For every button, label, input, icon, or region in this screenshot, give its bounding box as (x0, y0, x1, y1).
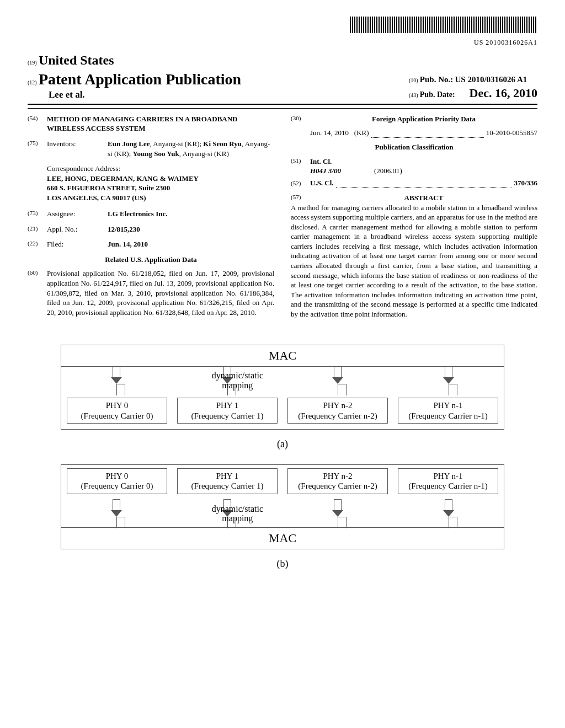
uscl-value: 370/336 (514, 178, 537, 188)
arrow-down-icon (443, 377, 454, 384)
inventors-names: Eun Jong Lee, Anyang-si (KR); Ki Seon Ry… (108, 139, 274, 158)
arrow-down-icon (443, 510, 454, 517)
phy-row-a: PHY 0(Frequency Carrier 0) PHY 1(Frequen… (61, 394, 504, 430)
abstract-text: A method for managing carriers allocated… (291, 203, 537, 319)
assignee-value: LG Electronics Inc. (108, 209, 274, 219)
inventors-label: Inventors: (47, 139, 108, 158)
inid-10: (10) (409, 77, 418, 83)
inid-75: (75) (28, 139, 47, 158)
appl-no-value: 12/815,230 (108, 224, 274, 234)
arrow-down-icon (332, 510, 343, 517)
figure-a-diagram: MAC dynamic/static mapping PHY 0(Frequen… (61, 345, 504, 430)
correspondence-line-3: LOS ANGELES, CA 90017 (US) (47, 193, 274, 203)
inid-52: (52) (291, 179, 310, 188)
inid-57: (57) (291, 193, 310, 203)
inid-12: (12) (28, 79, 37, 85)
figures-region: MAC dynamic/static mapping PHY 0(Frequen… (28, 345, 537, 570)
related-field: (60) Provisional application No. 61/218,… (28, 269, 274, 317)
foreign-date: Jun. 14, 2010 (310, 128, 349, 138)
intcl-row: (51) Int. Cl. (291, 157, 537, 167)
publication-type: Patent Application Publication (39, 71, 241, 88)
mapping-label-a: dynamic/static mapping (212, 371, 263, 390)
correspondence-line-2: 660 S. FIGUEROA STREET, Suite 2300 (47, 183, 274, 193)
correspondence-label: Correspondence Address: (47, 164, 274, 174)
intcl-edition: (2006.01) (374, 166, 402, 176)
phy-box: PHY n-1(Frequency Carrier n-1) (398, 398, 498, 424)
foreign-heading: Foreign Application Priority Data (310, 114, 537, 124)
correspondence-block: Correspondence Address: LEE, HONG, DEGER… (47, 164, 274, 202)
authors-line: Lee et al. (49, 89, 241, 101)
inid-60: (60) (28, 269, 47, 317)
correspondence-line-1: LEE, HONG, DEGERMAN, KANG & WAIMEY (47, 174, 274, 184)
appl-no-field: (21) Appl. No.: 12/815,230 (28, 224, 274, 234)
inid-19: (19) (28, 60, 37, 66)
phy-box: PHY n-2(Frequency Carrier n-2) (287, 398, 388, 424)
phy-box: PHY 1(Frequency Carrier 1) (177, 398, 278, 424)
mapping-label-b: dynamic/static mapping (212, 504, 263, 523)
pub-date-label: Pub. Date: (420, 90, 455, 99)
pub-no-label: Pub. No.: (420, 75, 453, 84)
phy-box: PHY 0(Frequency Carrier 0) (67, 398, 167, 424)
arrows-row-b: dynamic/static mapping (61, 500, 504, 527)
mac-layer-b: MAC (61, 527, 504, 549)
figure-b-diagram: PHY 0(Frequency Carrier 0) PHY 1(Frequen… (61, 464, 504, 549)
barcode-number: US 20100316026A1 (28, 38, 537, 47)
filed-label: Filed: (47, 239, 108, 249)
phy-box: PHY n-2(Frequency Carrier n-2) (287, 468, 388, 495)
figure-b-label: (b) (28, 557, 537, 570)
abstract-heading-row: (57) ABSTRACT (291, 193, 537, 203)
phy-box: PHY 1(Frequency Carrier 1) (177, 468, 278, 495)
foreign-appnum: 10-2010-0055857 (486, 128, 537, 138)
arrows-row-a: dynamic/static mapping (61, 367, 504, 394)
patent-header: (19) United States (12) Patent Applicati… (28, 51, 537, 105)
invention-title: METHOD OF MANAGING CARRIERS IN A BROADBA… (47, 114, 274, 133)
phy-box: PHY n-1(Frequency Carrier n-1) (398, 468, 498, 495)
inventors-field: (75) Inventors: Eun Jong Lee, Anyang-si … (28, 139, 274, 158)
inid-30: (30) (291, 114, 310, 124)
arrow-down-icon (332, 377, 343, 384)
header-divider (28, 108, 537, 109)
pub-no-value: US 2010/0316026 A1 (455, 75, 527, 84)
pub-date-value: Dec. 16, 2010 (470, 86, 537, 100)
barcode-region: US 20100316026A1 (28, 17, 537, 47)
filed-field: (22) Filed: Jun. 14, 2010 (28, 239, 274, 249)
intcl-code: H04J 3/00 (310, 166, 341, 176)
dotted-leader-uscl (336, 181, 512, 188)
inid-54: (54) (28, 114, 47, 133)
assignee-label: Assignee: (47, 209, 108, 219)
arrow-down-icon (111, 377, 122, 384)
classification-heading: Publication Classification (291, 142, 537, 152)
country-name: United States (39, 53, 114, 67)
mac-layer-a: MAC (61, 345, 504, 367)
foreign-priority-entry: Jun. 14, 2010 (KR) 10-2010-0055857 (310, 128, 537, 138)
abstract-heading: ABSTRACT (310, 193, 537, 203)
phy-box: PHY 0(Frequency Carrier 0) (67, 468, 167, 495)
biblio-columns: (54) METHOD OF MANAGING CARRIERS IN A BR… (28, 114, 537, 323)
inid-43: (43) (409, 92, 418, 98)
figure-a-label: (a) (28, 437, 537, 451)
arrow-down-icon (111, 510, 122, 517)
inid-51: (51) (291, 157, 310, 167)
related-heading: Related U.S. Application Data (28, 255, 274, 265)
assignee-field: (73) Assignee: LG Electronics Inc. (28, 209, 274, 219)
dotted-leader (371, 131, 484, 138)
phy-row-b: PHY 0(Frequency Carrier 0) PHY 1(Frequen… (61, 465, 504, 500)
uscl-row: (52) U.S. Cl. 370/336 (310, 178, 537, 188)
inid-73: (73) (28, 209, 47, 219)
appl-no-label: Appl. No.: (47, 224, 108, 234)
title-field: (54) METHOD OF MANAGING CARRIERS IN A BR… (28, 114, 274, 133)
foreign-priority-heading-row: (30) Foreign Application Priority Data (291, 114, 537, 124)
left-column: (54) METHOD OF MANAGING CARRIERS IN A BR… (28, 114, 274, 323)
filed-value: Jun. 14, 2010 (108, 239, 274, 249)
intcl-label: Int. Cl. (310, 157, 332, 167)
barcode-icon (350, 17, 537, 33)
inid-22: (22) (28, 239, 47, 249)
intcl-value-row: H04J 3/00 (2006.01) (310, 166, 537, 176)
inid-21: (21) (28, 224, 47, 234)
right-column: (30) Foreign Application Priority Data J… (291, 114, 537, 323)
related-text: Provisional application No. 61/218,052, … (47, 269, 274, 317)
uscl-label: U.S. Cl. (310, 178, 334, 188)
foreign-country: (KR) (354, 128, 369, 138)
